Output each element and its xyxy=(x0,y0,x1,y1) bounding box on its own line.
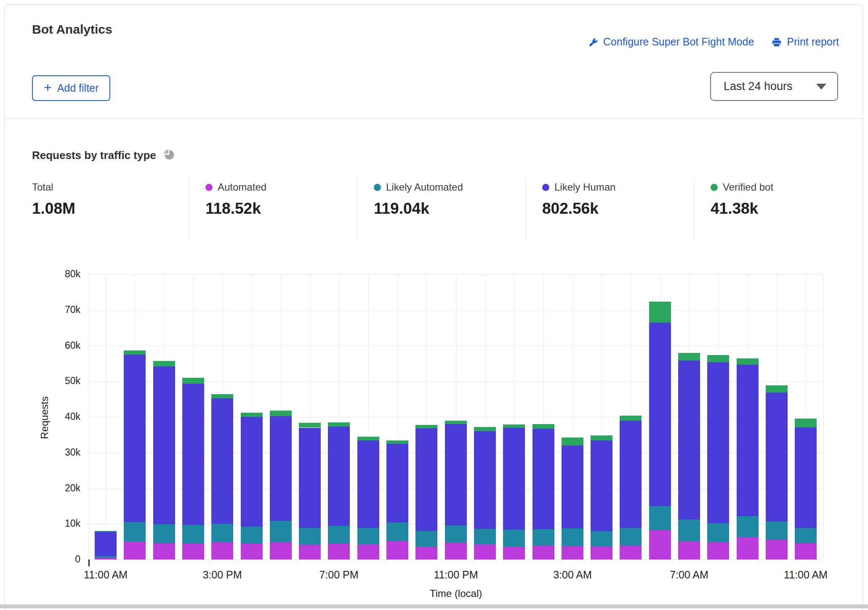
bar-segment-automated[interactable] xyxy=(533,546,554,560)
bar-segment-likely-automated[interactable] xyxy=(562,528,583,546)
bar-segment-verified-bot[interactable] xyxy=(533,424,554,429)
bar-segment-automated[interactable] xyxy=(445,543,467,560)
bar-segment-likely-automated[interactable] xyxy=(503,530,525,547)
bar-segment-automated[interactable] xyxy=(211,542,233,560)
bar-segment-verified-bot[interactable] xyxy=(95,531,117,532)
bar-segment-likely-human[interactable] xyxy=(533,429,554,529)
bar-segment-likely-human[interactable] xyxy=(620,421,642,528)
bar-segment-likely-automated[interactable] xyxy=(737,516,759,537)
bar-segment-likely-automated[interactable] xyxy=(299,528,321,545)
bar-segment-automated[interactable] xyxy=(737,537,759,560)
bar-segment-likely-automated[interactable] xyxy=(533,529,554,546)
bar-segment-likely-human[interactable] xyxy=(386,444,408,522)
bar-segment-likely-human[interactable] xyxy=(649,323,671,506)
bar-segment-likely-human[interactable] xyxy=(153,366,175,524)
bar-segment-likely-automated[interactable] xyxy=(211,524,233,542)
bar-segment-verified-bot[interactable] xyxy=(445,421,467,424)
bar-segment-verified-bot[interactable] xyxy=(328,422,350,427)
bar-segment-automated[interactable] xyxy=(503,547,525,560)
bar-segment-verified-bot[interactable] xyxy=(707,355,729,363)
bar-segment-likely-human[interactable] xyxy=(737,365,759,516)
bar-segment-verified-bot[interactable] xyxy=(153,361,175,366)
bar-segment-automated[interactable] xyxy=(357,544,379,560)
bar-segment-automated[interactable] xyxy=(270,542,292,560)
bar-segment-verified-bot[interactable] xyxy=(795,419,817,427)
bar-segment-likely-human[interactable] xyxy=(357,440,379,528)
bar-segment-automated[interactable] xyxy=(182,544,204,560)
bar-segment-likely-automated[interactable] xyxy=(474,529,496,544)
bar-segment-automated[interactable] xyxy=(678,541,700,560)
bar-segment-likely-human[interactable] xyxy=(562,446,583,529)
bar-segment-automated[interactable] xyxy=(95,558,117,560)
bar-segment-verified-bot[interactable] xyxy=(241,413,263,417)
bar-segment-automated[interactable] xyxy=(707,542,729,560)
bar-segment-automated[interactable] xyxy=(299,545,321,560)
bar-segment-likely-automated[interactable] xyxy=(707,523,729,542)
bar-segment-verified-bot[interactable] xyxy=(211,394,233,398)
bar-segment-likely-automated[interactable] xyxy=(124,522,146,542)
bar-segment-likely-automated[interactable] xyxy=(591,531,612,546)
time-range-dropdown[interactable]: Last 24 hours xyxy=(710,72,838,101)
bar-segment-likely-automated[interactable] xyxy=(95,556,117,558)
bar-segment-likely-human[interactable] xyxy=(241,417,263,527)
bar-segment-likely-automated[interactable] xyxy=(182,525,204,544)
bar-segment-likely-automated[interactable] xyxy=(795,528,817,543)
bar-segment-likely-automated[interactable] xyxy=(241,527,263,544)
bar-segment-verified-bot[interactable] xyxy=(766,385,788,393)
print-report-link[interactable]: Print report xyxy=(772,36,839,48)
bar-segment-verified-bot[interactable] xyxy=(270,411,292,416)
bar-segment-likely-human[interactable] xyxy=(707,362,729,523)
bar-segment-verified-bot[interactable] xyxy=(386,440,408,444)
bar-segment-verified-bot[interactable] xyxy=(591,435,612,440)
bar-segment-automated[interactable] xyxy=(386,541,408,560)
bar-segment-verified-bot[interactable] xyxy=(124,350,146,354)
bar-segment-likely-automated[interactable] xyxy=(415,531,437,546)
bar-segment-automated[interactable] xyxy=(124,542,146,560)
configure-super-bot-fight-mode-link[interactable]: Configure Super Bot Fight Mode xyxy=(588,36,754,48)
bar-segment-automated[interactable] xyxy=(562,546,583,560)
bar-segment-likely-human[interactable] xyxy=(124,355,146,522)
bar-segment-automated[interactable] xyxy=(591,546,612,560)
bar-segment-likely-automated[interactable] xyxy=(270,521,292,542)
bar-segment-likely-human[interactable] xyxy=(95,532,117,556)
bar-segment-automated[interactable] xyxy=(766,540,788,560)
add-filter-button[interactable]: + Add filter xyxy=(32,75,110,101)
bar-segment-verified-bot[interactable] xyxy=(474,427,496,431)
bar-segment-verified-bot[interactable] xyxy=(649,302,671,323)
bar-segment-automated[interactable] xyxy=(241,544,263,560)
bar-segment-likely-human[interactable] xyxy=(328,427,350,526)
bar-segment-likely-automated[interactable] xyxy=(678,520,700,541)
bar-segment-verified-bot[interactable] xyxy=(182,378,204,384)
bar-segment-likely-automated[interactable] xyxy=(766,522,788,539)
bar-segment-verified-bot[interactable] xyxy=(415,425,437,429)
bar-segment-likely-automated[interactable] xyxy=(620,528,642,546)
bar-segment-likely-automated[interactable] xyxy=(649,506,671,530)
bar-segment-automated[interactable] xyxy=(415,547,437,560)
bar-segment-verified-bot[interactable] xyxy=(737,358,759,365)
bar-segment-verified-bot[interactable] xyxy=(357,437,379,440)
bar-segment-verified-bot[interactable] xyxy=(299,423,321,427)
bar-segment-likely-human[interactable] xyxy=(678,361,700,520)
bar-segment-likely-automated[interactable] xyxy=(153,524,175,543)
bar-segment-likely-automated[interactable] xyxy=(445,525,467,543)
bar-segment-likely-automated[interactable] xyxy=(328,526,350,544)
bar-segment-likely-human[interactable] xyxy=(182,384,204,525)
bar-segment-automated[interactable] xyxy=(795,543,817,560)
bar-segment-likely-human[interactable] xyxy=(299,428,321,528)
bar-segment-likely-human[interactable] xyxy=(474,431,496,529)
bar-segment-likely-human[interactable] xyxy=(766,393,788,522)
bar-segment-likely-automated[interactable] xyxy=(357,528,379,545)
bar-segment-likely-human[interactable] xyxy=(795,427,817,528)
bar-segment-likely-human[interactable] xyxy=(503,428,525,530)
bar-segment-likely-human[interactable] xyxy=(211,398,233,524)
bar-segment-automated[interactable] xyxy=(474,544,496,560)
bar-segment-verified-bot[interactable] xyxy=(620,416,642,421)
bar-segment-automated[interactable] xyxy=(328,544,350,560)
bar-segment-verified-bot[interactable] xyxy=(503,424,525,428)
bar-segment-likely-human[interactable] xyxy=(591,440,612,531)
bar-segment-automated[interactable] xyxy=(153,543,175,560)
bar-segment-verified-bot[interactable] xyxy=(562,438,583,446)
bar-segment-likely-human[interactable] xyxy=(270,416,292,520)
bar-segment-verified-bot[interactable] xyxy=(678,353,700,361)
bar-segment-likely-automated[interactable] xyxy=(386,522,408,541)
